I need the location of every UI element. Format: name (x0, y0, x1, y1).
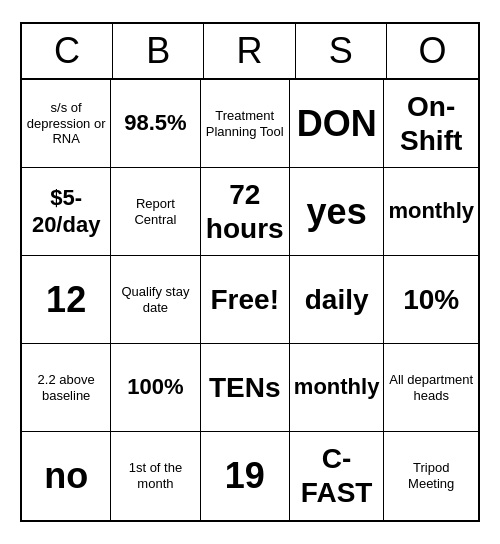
grid-cell-3-1: 100% (111, 344, 200, 432)
cell-text: Qualify stay date (115, 284, 195, 315)
bingo-grid: s/s of depression or RNA98.5%Treatment P… (22, 80, 478, 520)
cell-text: 98.5% (124, 110, 186, 136)
cell-text: C-FAST (294, 442, 380, 509)
cell-text: 10% (403, 283, 459, 317)
cell-text: 19 (225, 454, 265, 497)
cell-text: monthly (388, 198, 474, 224)
grid-cell-2-4: 10% (384, 256, 478, 344)
cell-text: Report Central (115, 196, 195, 227)
grid-cell-1-3: yes (290, 168, 385, 256)
grid-cell-3-2: TENs (201, 344, 290, 432)
grid-cell-1-2: 72 hours (201, 168, 290, 256)
bingo-header: CBRSO (22, 24, 478, 80)
cell-text: yes (307, 190, 367, 233)
cell-text: Tripod Meeting (388, 460, 474, 491)
header-cell: R (204, 24, 295, 78)
grid-cell-2-3: daily (290, 256, 385, 344)
cell-text: monthly (294, 374, 380, 400)
cell-text: 1st of the month (115, 460, 195, 491)
grid-cell-3-3: monthly (290, 344, 385, 432)
cell-text: 2.2 above baseline (26, 372, 106, 403)
cell-text: no (44, 454, 88, 497)
grid-cell-0-0: s/s of depression or RNA (22, 80, 111, 168)
grid-cell-2-2: Free! (201, 256, 290, 344)
header-cell: B (113, 24, 204, 78)
header-cell: O (387, 24, 478, 78)
grid-cell-0-3: DON (290, 80, 385, 168)
cell-text: 72 hours (205, 178, 285, 245)
cell-text: 100% (127, 374, 183, 400)
cell-text: Treatment Planning Tool (205, 108, 285, 139)
grid-cell-4-1: 1st of the month (111, 432, 200, 520)
header-cell: C (22, 24, 113, 78)
cell-text: DON (297, 102, 377, 145)
grid-cell-3-4: All department heads (384, 344, 478, 432)
cell-text: s/s of depression or RNA (26, 100, 106, 147)
cell-text: Free! (210, 283, 278, 317)
cell-text: All department heads (388, 372, 474, 403)
grid-cell-0-1: 98.5% (111, 80, 200, 168)
grid-cell-2-1: Qualify stay date (111, 256, 200, 344)
grid-cell-4-3: C-FAST (290, 432, 385, 520)
cell-text: TENs (209, 371, 281, 405)
grid-cell-4-2: 19 (201, 432, 290, 520)
grid-cell-4-4: Tripod Meeting (384, 432, 478, 520)
grid-cell-0-2: Treatment Planning Tool (201, 80, 290, 168)
grid-cell-0-4: On-Shift (384, 80, 478, 168)
header-cell: S (296, 24, 387, 78)
grid-cell-2-0: 12 (22, 256, 111, 344)
bingo-card: CBRSO s/s of depression or RNA98.5%Treat… (20, 22, 480, 522)
cell-text: On-Shift (388, 90, 474, 157)
grid-cell-4-0: no (22, 432, 111, 520)
cell-text: daily (305, 283, 369, 317)
grid-cell-1-4: monthly (384, 168, 478, 256)
grid-cell-1-1: Report Central (111, 168, 200, 256)
grid-cell-1-0: $5-20/day (22, 168, 111, 256)
cell-text: 12 (46, 278, 86, 321)
grid-cell-3-0: 2.2 above baseline (22, 344, 111, 432)
cell-text: $5-20/day (26, 185, 106, 238)
